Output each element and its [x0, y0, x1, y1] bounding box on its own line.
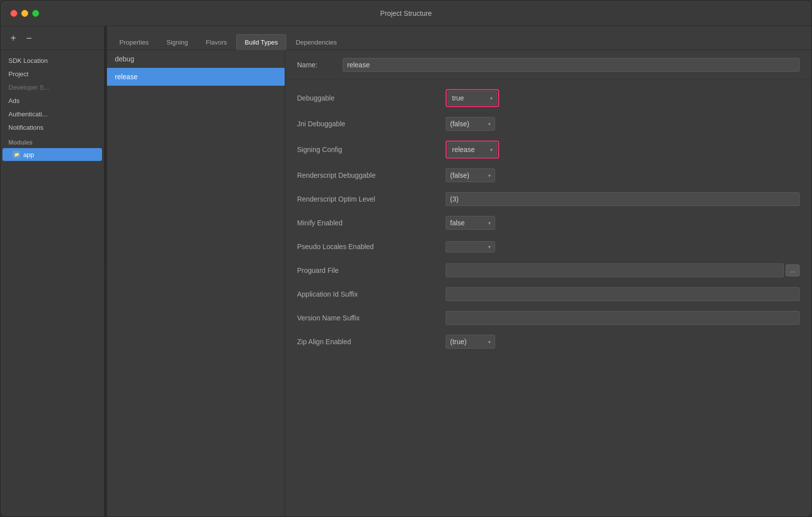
- build-types-list: debug release: [107, 50, 285, 517]
- app-id-suffix-label: Application Id Suffix: [297, 290, 446, 298]
- prop-row-pseudo-locales: Pseudo Locales Enabled ▾: [285, 235, 812, 258]
- sidebar-nav: SDK Location Project Developer S... Ads …: [0, 50, 104, 517]
- version-name-suffix-input[interactable]: [446, 311, 800, 325]
- modules-section-label: Modules: [0, 134, 104, 148]
- sidebar-item-sdk-location[interactable]: SDK Location: [0, 54, 104, 67]
- proguard-file-label: Proguard File: [297, 266, 446, 274]
- name-label: Name:: [297, 61, 337, 69]
- build-content: debug release Name:: [107, 50, 812, 517]
- debuggable-value: true ▾: [446, 89, 800, 107]
- prop-row-zip-align-enabled: Zip Align Enabled (true) ▾: [285, 330, 812, 354]
- name-input[interactable]: [343, 58, 800, 72]
- sidebar-item-authentication[interactable]: Authenticati...: [0, 107, 104, 121]
- minify-enabled-dropdown[interactable]: false ▾: [446, 216, 495, 230]
- traffic-lights: [10, 10, 39, 17]
- remove-button[interactable]: −: [24, 32, 34, 44]
- zip-align-enabled-dropdown[interactable]: (true) ▾: [446, 335, 495, 349]
- module-folder-icon: 📁: [12, 151, 20, 158]
- sidebar-item-project[interactable]: Project: [0, 67, 104, 81]
- proguard-input-wrap: ...: [446, 263, 800, 277]
- renderscript-optim-level-label: Renderscript Optim Level: [297, 195, 446, 203]
- add-button[interactable]: +: [8, 32, 18, 44]
- sidebar-item-notifications[interactable]: Notifications: [0, 121, 104, 134]
- sidebar-module-app[interactable]: 📁 app: [2, 148, 102, 161]
- pseudo-locales-dropdown-arrow: ▾: [488, 244, 491, 250]
- main-content: + − SDK Location Project Developer S... …: [0, 26, 812, 517]
- zip-align-enabled-label: Zip Align Enabled: [297, 338, 446, 346]
- debuggable-highlight: true ▾: [446, 89, 499, 107]
- title-bar: Project Structure: [0, 0, 812, 26]
- proguard-file-input[interactable]: [446, 263, 784, 277]
- minify-enabled-dropdown-arrow: ▾: [488, 220, 491, 226]
- tab-build-types[interactable]: Build Types: [236, 34, 286, 50]
- app-id-suffix-input[interactable]: [446, 287, 800, 301]
- proguard-file-value: ...: [446, 263, 800, 277]
- main-window: Project Structure + − SDK Location Proje…: [0, 0, 812, 517]
- tab-signing[interactable]: Signing: [158, 34, 196, 50]
- signing-config-dropdown[interactable]: release ▾: [448, 143, 497, 156]
- debuggable-label: Debuggable: [297, 94, 446, 102]
- version-name-suffix-value: [446, 311, 800, 325]
- properties-table: Debuggable true ▾: [285, 80, 812, 358]
- prop-row-jni-debuggable: Jni Debuggable (false) ▾: [285, 112, 812, 136]
- proguard-browse-button[interactable]: ...: [786, 264, 800, 276]
- window-title: Project Structure: [380, 9, 432, 17]
- signing-config-label: Signing Config: [297, 146, 446, 154]
- pseudo-locales-value: ▾: [446, 241, 800, 253]
- minimize-button[interactable]: [21, 10, 28, 17]
- renderscript-optim-level-input[interactable]: [446, 192, 800, 206]
- name-row: Name:: [285, 50, 812, 80]
- renderscript-debuggable-dropdown-arrow: ▾: [488, 173, 491, 178]
- prop-row-proguard-file: Proguard File ...: [285, 258, 812, 282]
- prop-row-renderscript-optim-level: Renderscript Optim Level: [285, 187, 812, 211]
- sidebar: + − SDK Location Project Developer S... …: [0, 26, 104, 517]
- renderscript-debuggable-label: Renderscript Debuggable: [297, 171, 446, 179]
- sidebar-item-developer-services[interactable]: Developer S...: [0, 81, 104, 94]
- prop-row-minify-enabled: Minify Enabled false ▾: [285, 211, 812, 235]
- renderscript-debuggable-dropdown[interactable]: (false) ▾: [446, 168, 495, 182]
- debuggable-dropdown[interactable]: true ▾: [448, 91, 497, 105]
- right-panel: Properties Signing Flavors Build Types D…: [107, 26, 812, 517]
- minify-enabled-value: false ▾: [446, 216, 800, 230]
- zip-align-enabled-value: (true) ▾: [446, 335, 800, 349]
- tab-bar: Properties Signing Flavors Build Types D…: [107, 26, 812, 50]
- pseudo-locales-label: Pseudo Locales Enabled: [297, 243, 446, 251]
- renderscript-debuggable-value: (false) ▾: [446, 168, 800, 182]
- prop-row-app-id-suffix: Application Id Suffix: [285, 282, 812, 306]
- tab-properties[interactable]: Properties: [111, 34, 157, 50]
- signing-config-highlight: release ▾: [446, 141, 499, 158]
- tab-dependencies[interactable]: Dependencies: [287, 34, 345, 50]
- close-button[interactable]: [10, 10, 17, 17]
- minify-enabled-label: Minify Enabled: [297, 219, 446, 227]
- jni-debuggable-value: (false) ▾: [446, 117, 800, 131]
- debuggable-dropdown-arrow: ▾: [490, 96, 493, 101]
- jni-debuggable-dropdown-arrow: ▾: [488, 121, 491, 127]
- signing-config-dropdown-arrow: ▾: [490, 147, 493, 153]
- prop-row-renderscript-debuggable: Renderscript Debuggable (false) ▾: [285, 163, 812, 187]
- jni-debuggable-label: Jni Debuggable: [297, 120, 446, 128]
- zip-align-enabled-dropdown-arrow: ▾: [488, 339, 491, 345]
- jni-debuggable-dropdown[interactable]: (false) ▾: [446, 117, 495, 131]
- version-name-suffix-label: Version Name Suffix: [297, 314, 446, 322]
- sidebar-toolbar: + −: [0, 26, 104, 50]
- build-type-release[interactable]: release: [107, 68, 285, 86]
- maximize-button[interactable]: [32, 10, 39, 17]
- tab-flavors[interactable]: Flavors: [198, 34, 236, 50]
- detail-pane: Name: Debuggable true: [285, 50, 812, 517]
- signing-config-value: release ▾: [446, 141, 800, 158]
- prop-row-version-name-suffix: Version Name Suffix: [285, 306, 812, 330]
- app-id-suffix-value: [446, 287, 800, 301]
- pseudo-locales-dropdown[interactable]: ▾: [446, 241, 495, 253]
- renderscript-optim-level-value: [446, 192, 800, 206]
- prop-row-signing-config: Signing Config release ▾: [285, 136, 812, 163]
- prop-row-debuggable: Debuggable true ▾: [285, 84, 812, 112]
- build-type-debug[interactable]: debug: [107, 50, 285, 68]
- sidebar-item-ads[interactable]: Ads: [0, 94, 104, 107]
